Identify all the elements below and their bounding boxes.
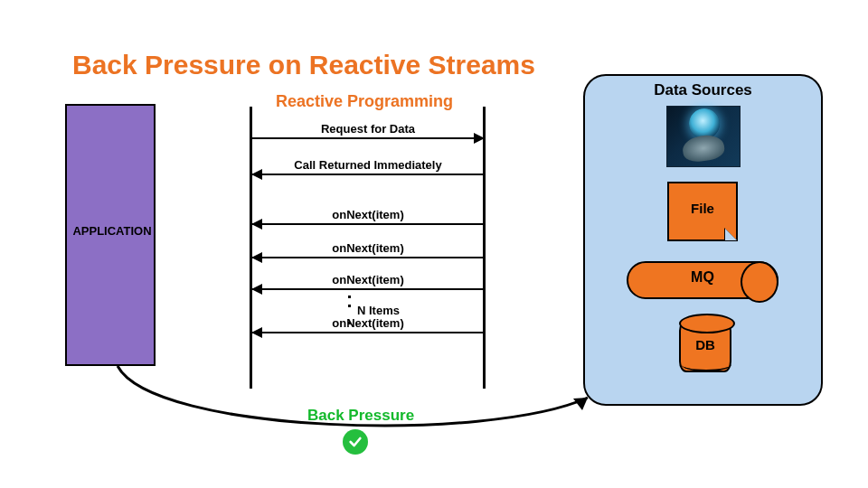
back-pressure-label: Back Pressure (307, 407, 414, 425)
checkmark-icon (343, 429, 368, 455)
back-pressure-arrow (0, 0, 868, 488)
